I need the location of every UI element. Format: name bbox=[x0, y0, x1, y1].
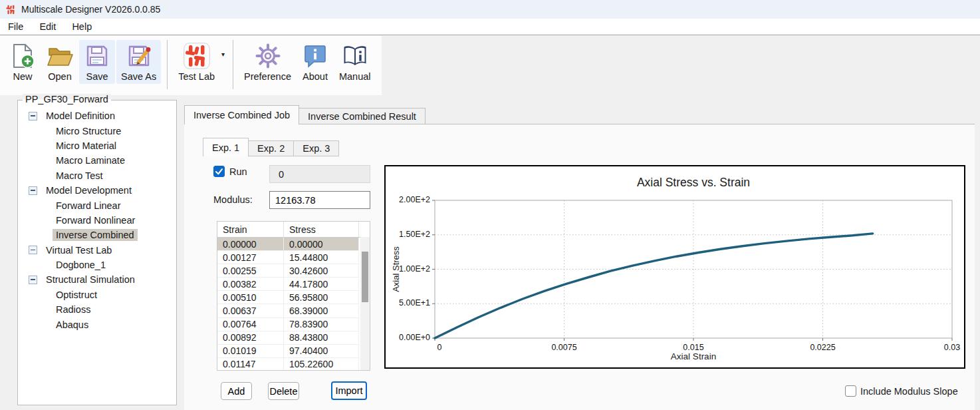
tree-item-label: Structural Simulation bbox=[43, 274, 138, 286]
stress-strain-chart: 00.00750.0150.02250.030.00E+05.00E+11.00… bbox=[384, 165, 965, 369]
main-tab-strip: Inverse Combined JobInverse Combined Res… bbox=[184, 105, 426, 124]
preference-button[interactable]: Preference bbox=[239, 40, 296, 84]
tree-item-micro-material[interactable]: Micro Material bbox=[18, 138, 176, 153]
title-bar: Multiscale Designer V2026.0.0.85 bbox=[0, 0, 980, 19]
column-header-strain[interactable]: Strain bbox=[217, 222, 284, 237]
table-cell: 0.00637 bbox=[217, 304, 284, 317]
save-button[interactable]: Save bbox=[79, 40, 115, 84]
run-checkbox[interactable] bbox=[213, 166, 225, 177]
tree-item-forward-linear[interactable]: Forward Linear bbox=[18, 198, 176, 212]
table-scrollbar-thumb[interactable] bbox=[362, 252, 368, 302]
toolbar-separator bbox=[167, 40, 168, 89]
tree-item-forward-nonlinear[interactable]: Forward Nonlinear bbox=[18, 213, 176, 228]
table-row[interactable]: 0.0051056.95800 bbox=[217, 291, 370, 304]
modulus-label: Modulus: bbox=[213, 194, 253, 205]
tree-item-macro-laminate[interactable]: Macro Laminate bbox=[18, 153, 176, 168]
y-tick-label: 2.00E+2 bbox=[399, 195, 430, 204]
new-button[interactable]: New bbox=[5, 40, 41, 84]
run-iteration-field: 0 bbox=[269, 165, 370, 183]
tab-inverse-combined-job[interactable]: Inverse Combined Job bbox=[184, 105, 299, 124]
toolbar-button-label: Preference bbox=[244, 71, 291, 82]
table-cell: 0.00382 bbox=[217, 278, 284, 291]
preference-gear-icon bbox=[255, 43, 281, 69]
table-cell: 44.17800 bbox=[284, 278, 359, 291]
table-row[interactable]: 0.0025530.42600 bbox=[217, 264, 370, 278]
tab-exp-2[interactable]: Exp. 2 bbox=[249, 140, 294, 156]
save-icon bbox=[84, 43, 110, 69]
tree-item-model-definition[interactable]: Model Definition bbox=[18, 108, 176, 123]
table-row[interactable]: 0.0101997.40400 bbox=[217, 345, 370, 358]
window-title: Multiscale Designer V2026.0.0.85 bbox=[21, 4, 160, 15]
menu-edit[interactable]: Edit bbox=[31, 19, 64, 35]
table-cell: 105.22600 bbox=[284, 358, 359, 371]
menu-file[interactable]: File bbox=[0, 19, 31, 35]
table-cell: 0.00255 bbox=[217, 264, 284, 278]
open-button[interactable]: Open bbox=[42, 40, 78, 84]
include-modulus-slope-checkbox[interactable] bbox=[845, 385, 856, 397]
tree-item-inverse-combined[interactable]: Inverse Combined bbox=[18, 228, 176, 242]
table-row[interactable]: 0.0076478.83900 bbox=[217, 318, 370, 331]
toolbar-button-label: About bbox=[303, 71, 328, 82]
x-tick-label: 0.0075 bbox=[551, 343, 576, 352]
table-row[interactable]: 0.0089288.43800 bbox=[217, 331, 370, 345]
table-cell: 15.44800 bbox=[284, 251, 359, 264]
toolbar-button-label: Open bbox=[48, 71, 71, 82]
table-row[interactable]: 0.0063768.39000 bbox=[217, 304, 370, 317]
save-as-icon bbox=[126, 43, 152, 69]
collapse-expander-icon[interactable] bbox=[29, 276, 37, 284]
tab-exp-1[interactable]: Exp. 1 bbox=[203, 138, 249, 156]
table-row[interactable]: 0.000000.00000 bbox=[217, 238, 370, 251]
menu-bar: FileEditHelp bbox=[0, 19, 980, 35]
x-axis-label: Axial Strain bbox=[671, 351, 716, 361]
include-modulus-slope-label: Include Modulus Slope bbox=[860, 386, 958, 397]
tree-item-abaqus[interactable]: Abaqus bbox=[18, 317, 176, 331]
x-tick-label: 0.0225 bbox=[810, 343, 835, 352]
manual-button[interactable]: Manual bbox=[334, 40, 376, 84]
test-lab-button[interactable]: ▾Test Lab bbox=[174, 40, 219, 84]
tree-item-micro-structure[interactable]: Micro Structure bbox=[18, 123, 176, 138]
project-tree: Model DefinitionMicro StructureMicro Mat… bbox=[18, 101, 176, 332]
toolbar-button-label: Test Lab bbox=[178, 71, 215, 82]
collapse-expander-icon[interactable] bbox=[29, 186, 37, 195]
tree-item-model-development[interactable]: Model Development bbox=[18, 183, 176, 198]
tab-exp-3[interactable]: Exp. 3 bbox=[294, 140, 339, 156]
tree-item-macro-test[interactable]: Macro Test bbox=[18, 168, 176, 183]
table-row[interactable]: 0.0038244.17800 bbox=[217, 278, 370, 291]
menu-help[interactable]: Help bbox=[64, 19, 100, 35]
tree-item-label: Inverse Combined bbox=[53, 229, 138, 241]
collapse-expander-icon[interactable] bbox=[29, 112, 37, 120]
tree-item-structural-simulation[interactable]: Structural Simulation bbox=[18, 272, 176, 287]
tree-item-label: Abaqus bbox=[53, 319, 92, 331]
chart-title: Axial Stress vs. Strain bbox=[637, 176, 750, 189]
table-cell: 30.42600 bbox=[284, 264, 359, 278]
delete-button[interactable]: Delete bbox=[268, 382, 299, 400]
tree-item-label: Dogbone_1 bbox=[53, 259, 109, 271]
tree-item-radioss[interactable]: Radioss bbox=[18, 302, 176, 317]
table-cell: 0.00892 bbox=[217, 331, 284, 345]
save-as-button[interactable]: Save As bbox=[116, 40, 161, 84]
table-cell: 0.01019 bbox=[217, 345, 284, 358]
tab-inverse-combined-result[interactable]: Inverse Combined Result bbox=[299, 108, 426, 124]
tree-item-label: Radioss bbox=[53, 304, 94, 315]
table-row[interactable]: 0.01147105.22600 bbox=[217, 358, 370, 371]
import-button[interactable]: Import bbox=[331, 381, 367, 400]
collapse-expander-icon[interactable] bbox=[29, 246, 37, 254]
tree-item-virtual-test-lab[interactable]: Virtual Test Lab bbox=[18, 243, 176, 258]
dropdown-arrow-icon[interactable]: ▾ bbox=[221, 51, 225, 58]
modulus-input[interactable] bbox=[269, 191, 370, 209]
toolbar-button-label: Manual bbox=[339, 71, 371, 82]
about-button[interactable]: About bbox=[297, 40, 333, 84]
table-header-row: StrainStress bbox=[217, 222, 370, 238]
tree-item-dogbone-1[interactable]: Dogbone_1 bbox=[18, 258, 176, 272]
table-scrollbar[interactable] bbox=[360, 237, 370, 370]
tree-item-optistruct[interactable]: Optistruct bbox=[18, 288, 176, 302]
add-button[interactable]: Add bbox=[221, 382, 252, 400]
manual-book-icon bbox=[342, 43, 368, 69]
tree-item-label: Micro Material bbox=[53, 140, 120, 152]
table-cell: 0.00127 bbox=[217, 251, 284, 264]
chart-canvas: 00.00750.0150.02250.030.00E+05.00E+11.00… bbox=[386, 166, 963, 367]
multiscale-designer-window: Multiscale Designer V2026.0.0.85 FileEdi… bbox=[0, 0, 980, 410]
column-header-stress[interactable]: Stress bbox=[284, 222, 359, 237]
open-folder-icon bbox=[47, 43, 73, 69]
table-row[interactable]: 0.0012715.44800 bbox=[217, 251, 370, 264]
